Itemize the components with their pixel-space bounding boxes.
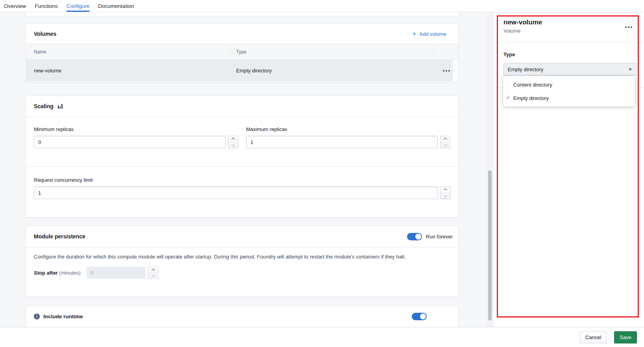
type-select[interactable]: Empty directory — [503, 63, 637, 76]
column-header-name: Name — [26, 44, 231, 59]
tab-documentation[interactable]: Documentation — [98, 0, 134, 12]
include-runtime-label: Include runtime — [43, 314, 83, 319]
panel-more-button[interactable] — [623, 24, 635, 30]
stepper-down-button[interactable] — [228, 142, 238, 148]
footer-bar: Cancel Save — [0, 327, 644, 347]
concurrency-label: Request concurrency limit — [34, 177, 450, 183]
row-more-button[interactable] — [440, 68, 452, 74]
concurrency-stepper — [440, 186, 450, 199]
row-name-cell: new-volume — [26, 60, 231, 81]
main-scrollbar-thumb[interactable] — [488, 170, 492, 321]
min-replicas-input[interactable] — [34, 136, 226, 148]
scaling-title: Scaling — [34, 103, 54, 109]
column-header-type: Type — [231, 44, 434, 59]
concurrency-input[interactable] — [34, 186, 438, 199]
stepper-up-button[interactable] — [440, 187, 450, 193]
scaling-card: Scaling Minimum replicas Maximum replica… — [26, 96, 459, 218]
stop-after-label: Stop after (minutes) — [34, 270, 80, 276]
stepper-up-button[interactable] — [440, 136, 450, 142]
info-circle-icon: i — [34, 314, 40, 319]
panel-title: new-volume — [503, 18, 633, 26]
run-forever-label: Run forever — [426, 234, 453, 240]
stop-after-stepper — [148, 267, 158, 279]
include-runtime-card: i Include runtime — [26, 306, 459, 327]
table-row[interactable]: new-volume Empty directory — [26, 60, 458, 81]
min-replicas-stepper — [228, 136, 238, 148]
add-volume-button[interactable]: + Add volume — [412, 31, 446, 37]
scrolled-card-bottom — [26, 12, 459, 17]
volumes-table-header: Name Type — [26, 44, 458, 60]
row-type-cell: Empty directory — [231, 60, 434, 81]
persistence-title: Module persistence — [34, 233, 85, 240]
caret-down-icon — [629, 68, 632, 71]
option-content-directory[interactable]: Content directory — [503, 78, 635, 91]
save-button[interactable]: Save — [614, 331, 637, 343]
tab-functions[interactable]: Functions — [35, 0, 58, 12]
run-forever-toggle[interactable] — [407, 233, 422, 240]
panel-subtitle: Volume — [503, 28, 633, 34]
stop-after-input[interactable] — [87, 267, 146, 279]
cancel-button[interactable]: Cancel — [580, 331, 607, 343]
type-select-dropdown: Content directory ✓ Empty directory — [503, 76, 635, 107]
volumes-title: Volumes — [34, 31, 56, 37]
max-replicas-stepper — [440, 136, 450, 148]
stepper-down-button[interactable] — [148, 273, 158, 279]
top-nav: Overview Functions Configure Documentati… — [0, 0, 644, 12]
include-runtime-toggle[interactable] — [412, 313, 427, 320]
persistence-description: Configure the duration for which this co… — [34, 253, 418, 261]
bar-chart-icon — [57, 103, 63, 109]
max-replicas-input[interactable] — [246, 136, 438, 148]
tab-configure[interactable]: Configure — [67, 0, 90, 12]
max-replicas-label: Maximum replicas — [246, 126, 450, 132]
panel-divider — [494, 42, 644, 43]
module-persistence-card: Module persistence Run forever Configure… — [26, 225, 459, 297]
stepper-down-button[interactable] — [440, 142, 450, 148]
volume-details-panel: new-volume Volume Type Empty directory C… — [493, 12, 644, 327]
stepper-up-button[interactable] — [148, 267, 158, 273]
tab-overview[interactable]: Overview — [4, 0, 26, 12]
volumes-card: Volumes + Add volume Name Type new-volum… — [26, 24, 459, 83]
option-empty-directory[interactable]: ✓ Empty directory — [503, 91, 635, 105]
stepper-down-button[interactable] — [440, 193, 450, 199]
plus-icon: + — [412, 31, 416, 37]
check-icon: ✓ — [506, 95, 510, 100]
table-scrollbar-gutter — [453, 60, 458, 81]
column-header-actions — [434, 44, 458, 59]
stepper-up-button[interactable] — [228, 136, 238, 142]
type-label: Type — [503, 52, 515, 57]
min-replicas-label: Minimum replicas — [34, 126, 238, 132]
